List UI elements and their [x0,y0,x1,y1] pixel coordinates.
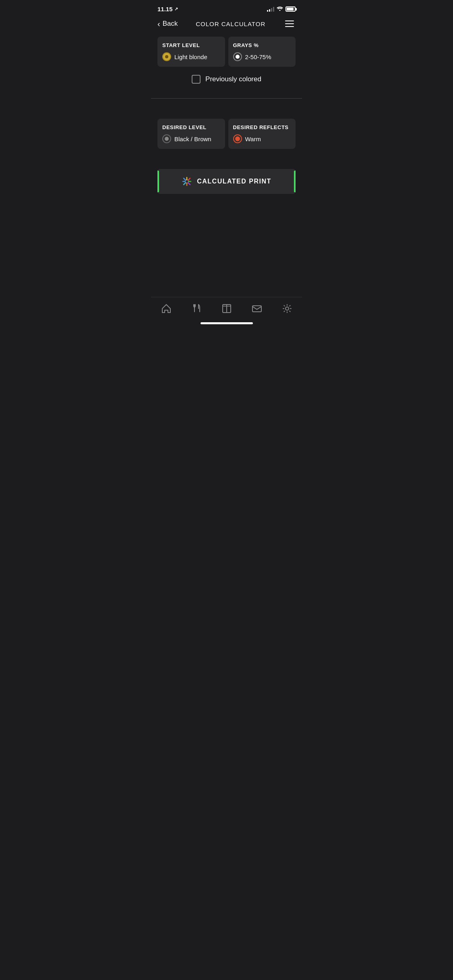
scissors-icon [191,303,202,314]
previously-colored-checkbox[interactable] [192,75,201,84]
top-section: START LEVEL Light blonde GRAYS % 2-50-75… [151,33,302,98]
desired-level-value: Black / Brown [174,136,211,142]
tab-bar [151,293,302,319]
calc-button-label: CALCULATED PRINT [197,178,271,185]
nav-bar: ‹ Back COLOR CALCULATOR [151,16,302,33]
status-bar: 11.15 ↗ [151,0,302,16]
cards-row-top: START LEVEL Light blonde GRAYS % 2-50-75… [157,37,296,67]
calc-section: CALCULATED PRINT [151,157,302,202]
desired-reflects-radio [233,134,242,143]
back-chevron-icon: ‹ [157,19,160,29]
previously-colored-row[interactable]: Previously colored [157,67,296,90]
menu-button[interactable] [283,19,296,29]
start-level-value: Light blonde [174,54,207,60]
tab-book[interactable] [216,301,237,316]
battery-icon [285,6,296,12]
desired-level-card[interactable]: DESIRED LEVEL Black / Brown [157,119,225,149]
back-button[interactable]: ‹ Back [157,19,178,29]
tab-bar-inner [151,297,302,319]
desired-reflects-label: DESIRED REFLECTS [233,124,291,130]
grays-percent-value: 2-50-75% [245,54,271,60]
nav-title: COLOR CALCULATOR [196,21,265,27]
svg-point-9 [186,180,188,183]
book-icon [221,303,232,314]
start-level-card[interactable]: START LEVEL Light blonde [157,37,225,67]
svg-rect-11 [252,306,261,312]
desired-reflects-value-row: Warm [233,134,291,143]
home-indicator-bar [201,322,253,324]
status-time: 11.15 [157,6,173,12]
start-level-radio [162,52,171,61]
tab-mail[interactable] [246,301,267,316]
desired-reflects-value: Warm [245,136,261,142]
calculated-print-button[interactable]: CALCULATED PRINT [157,169,296,194]
desired-level-value-row: Black / Brown [162,134,220,143]
home-indicator [151,319,302,327]
start-level-value-row: Light blonde [162,52,220,61]
location-icon: ↗ [174,6,178,12]
bottom-section: DESIRED LEVEL Black / Brown DESIRED REFL… [151,99,302,157]
tab-settings[interactable] [277,301,298,316]
wifi-icon [277,6,283,12]
status-icons [267,6,296,12]
desired-level-label: DESIRED LEVEL [162,124,220,130]
grays-percent-card[interactable]: GRAYS % 2-50-75% [228,37,296,67]
svg-point-12 [285,307,289,310]
cards-row-bottom: DESIRED LEVEL Black / Brown DESIRED REFL… [157,119,296,149]
mail-icon [251,303,263,314]
signal-bars-icon [267,7,274,12]
desired-reflects-card[interactable]: DESIRED REFLECTS Warm [228,119,296,149]
tab-scissors[interactable] [186,301,207,316]
grays-percent-value-row: 2-50-75% [233,52,291,61]
tab-home[interactable] [156,301,177,316]
previously-colored-label: Previously colored [205,75,261,83]
color-star-icon [182,176,192,187]
grays-percent-label: GRAYS % [233,42,291,48]
grays-percent-radio [233,52,242,61]
home-icon [161,303,172,314]
gear-icon [281,303,293,314]
start-level-label: START LEVEL [162,42,220,48]
back-label: Back [163,20,178,28]
desired-level-radio [162,134,171,143]
